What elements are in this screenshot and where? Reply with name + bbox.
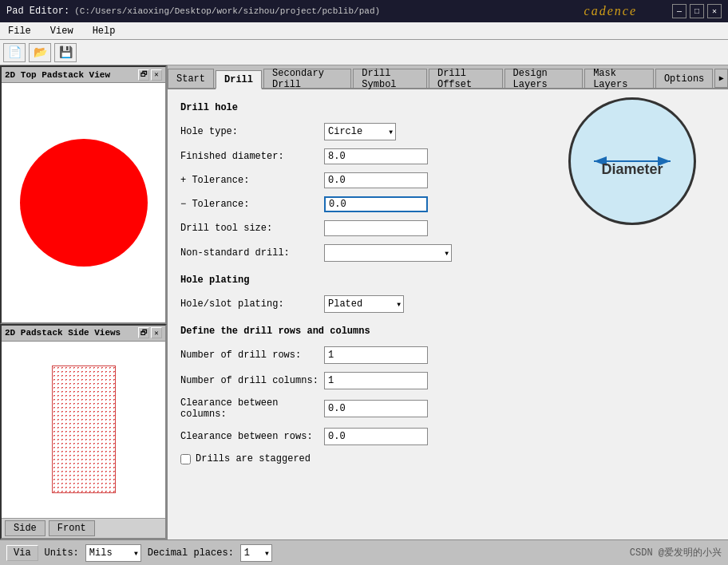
side-view-border	[52, 365, 116, 493]
non-standard-drill-label: Non-standard drill:	[180, 247, 324, 259]
decimal-select-wrapper: 1 2 3 4	[240, 544, 272, 562]
clearance-rows-row: Clearance between rows:	[180, 428, 715, 445]
hole-slot-plating-row: Hole/slot plating: Plated Non-Plated	[180, 295, 715, 313]
staggered-checkbox[interactable]	[180, 454, 191, 464]
num-drill-rows-label: Number of drill rows:	[180, 350, 324, 361]
side-tab[interactable]: Side	[5, 520, 46, 536]
side-panel-titlebar: 2D Padstack Side Views 🗗 ✕	[2, 326, 165, 342]
side-panel-restore[interactable]: 🗗	[138, 327, 149, 338]
non-standard-drill-wrapper	[324, 244, 452, 262]
finished-diameter-label: Finished diameter:	[180, 151, 324, 162]
via-label[interactable]: Via	[6, 545, 38, 561]
num-drill-cols-input[interactable]	[324, 372, 428, 389]
hole-slot-plating-select[interactable]: Plated Non-Plated	[324, 295, 404, 313]
minimize-button[interactable]: —	[672, 4, 686, 18]
diagram-container: Diameter	[568, 97, 704, 233]
non-standard-drill-row: Non-standard drill:	[180, 244, 715, 262]
top-panel-close[interactable]: ✕	[151, 69, 162, 81]
units-label: Units:	[45, 547, 79, 559]
top-panel-titlebar: 2D Top Padstack View 🗗 ✕	[2, 67, 165, 83]
front-tab[interactable]: Front	[49, 520, 95, 536]
hole-type-label: Hole type:	[180, 126, 324, 137]
menu-file[interactable]: File	[3, 24, 36, 38]
close-button[interactable]: ✕	[707, 4, 722, 18]
watermark: CSDN @爱发明的小兴	[630, 546, 722, 559]
staggered-row: Drills are staggered	[180, 453, 715, 464]
diameter-diagram-label: Diameter	[601, 161, 663, 178]
tab-start[interactable]: Start	[168, 69, 214, 88]
num-drill-cols-row: Number of drill columns:	[180, 372, 715, 389]
units-select-wrapper: Mils mm Inches	[85, 544, 141, 562]
top-padstack-panel: 2D Top Padstack View 🗗 ✕	[0, 65, 167, 324]
file-path: (C:/Users/xiaoxing/Desktop/work/sizhou/p…	[74, 6, 380, 16]
top-panel-controls: 🗗 ✕	[138, 69, 162, 81]
top-panel-title: 2D Top Padstack View	[5, 70, 110, 80]
tab-design-layers[interactable]: Design Layers	[504, 69, 584, 88]
menu-help[interactable]: Help	[88, 24, 121, 38]
side-panel-title: 2D Padstack Side Views	[5, 328, 121, 338]
bottom-bar: Via Units: Mils mm Inches Decimal places…	[0, 539, 728, 565]
minus-tolerance-label: − Tolerance:	[180, 199, 324, 210]
non-standard-drill-select[interactable]	[324, 244, 452, 262]
tab-scroll-right[interactable]: ▶	[714, 69, 728, 88]
num-drill-rows-input[interactable]	[324, 346, 428, 364]
decimal-select[interactable]: 1 2 3 4	[240, 544, 272, 562]
hole-slot-plating-label: Hole/slot plating:	[180, 298, 324, 310]
decimal-label: Decimal places:	[148, 547, 234, 559]
pad-circle-view	[20, 139, 148, 267]
hole-type-select[interactable]: Circle Oblong Rectangle	[324, 123, 396, 140]
app-name: Pad Editor:	[6, 6, 69, 17]
left-panels: 2D Top Padstack View 🗗 ✕ 2D Padstack Sid…	[0, 65, 168, 539]
tabs-row: Start Drill Secondary Drill Drill Symbol…	[168, 65, 728, 89]
form-area: Drill hole Hole type: Circle Oblong Rect…	[168, 89, 728, 539]
side-panel-close[interactable]: ✕	[151, 327, 162, 338]
clearance-cols-input[interactable]	[324, 400, 428, 417]
drill-rows-section-title: Define the drill rows and columns	[180, 326, 715, 337]
menu-bar: File View Help	[0, 22, 728, 40]
drill-tool-size-label: Drill tool size:	[180, 223, 324, 234]
cadence-logo: cadence	[584, 4, 637, 18]
side-panel-content	[2, 342, 165, 518]
top-panel-content	[2, 83, 165, 322]
staggered-label: Drills are staggered	[196, 453, 311, 464]
new-button[interactable]: 📄	[3, 43, 26, 62]
clearance-rows-input[interactable]	[324, 428, 428, 445]
save-button[interactable]: 💾	[54, 43, 77, 62]
tab-drill-symbol[interactable]: Drill Symbol	[353, 69, 427, 88]
side-padstack-panel: 2D Padstack Side Views 🗗 ✕ Side Front	[0, 324, 167, 539]
hole-type-select-wrapper: Circle Oblong Rectangle	[324, 123, 396, 140]
side-view-pattern	[52, 365, 116, 493]
side-panel-controls: 🗗 ✕	[138, 327, 162, 338]
diameter-diagram: Diameter	[568, 97, 696, 225]
clearance-cols-row: Clearance between columns:	[180, 397, 715, 420]
hole-plating-section-title: Hole plating	[180, 275, 715, 286]
tab-drill[interactable]: Drill	[216, 70, 262, 89]
maximize-button[interactable]: □	[690, 4, 704, 18]
num-drill-cols-label: Number of drill columns:	[180, 375, 324, 386]
tab-mask-layers[interactable]: Mask Layers	[584, 69, 654, 88]
open-button[interactable]: 📂	[29, 43, 51, 62]
minus-tolerance-input[interactable]	[324, 196, 428, 212]
tab-options[interactable]: Options	[655, 69, 713, 88]
side-panel-tabs: Side Front	[2, 518, 165, 538]
title-bar-left: Pad Editor: (C:/Users/xiaoxing/Desktop/w…	[6, 6, 380, 17]
num-drill-rows-row: Number of drill rows:	[180, 346, 715, 364]
top-panel-restore[interactable]: 🗗	[138, 69, 149, 81]
clearance-cols-label: Clearance between columns:	[180, 397, 324, 420]
tab-secondary-drill[interactable]: Secondary Drill	[263, 69, 351, 88]
main-area: 2D Top Padstack View 🗗 ✕ 2D Padstack Sid…	[0, 65, 728, 539]
finished-diameter-input[interactable]	[324, 148, 428, 164]
hole-slot-plating-wrapper: Plated Non-Plated	[324, 295, 404, 313]
drill-tool-size-input[interactable]	[324, 220, 428, 236]
toolbar: 📄 📂 💾	[0, 40, 728, 65]
tab-drill-offset[interactable]: Drill Offset	[429, 69, 503, 88]
units-select[interactable]: Mils mm Inches	[85, 544, 141, 562]
plus-tolerance-input[interactable]	[324, 172, 428, 188]
clearance-rows-label: Clearance between rows:	[180, 431, 324, 442]
title-bar: Pad Editor: (C:/Users/xiaoxing/Desktop/w…	[0, 0, 728, 22]
plus-tolerance-label: + Tolerance:	[180, 175, 324, 186]
title-bar-controls: — □ ✕	[672, 4, 722, 18]
right-panel: Start Drill Secondary Drill Drill Symbol…	[168, 65, 728, 539]
menu-view[interactable]: View	[46, 24, 78, 38]
